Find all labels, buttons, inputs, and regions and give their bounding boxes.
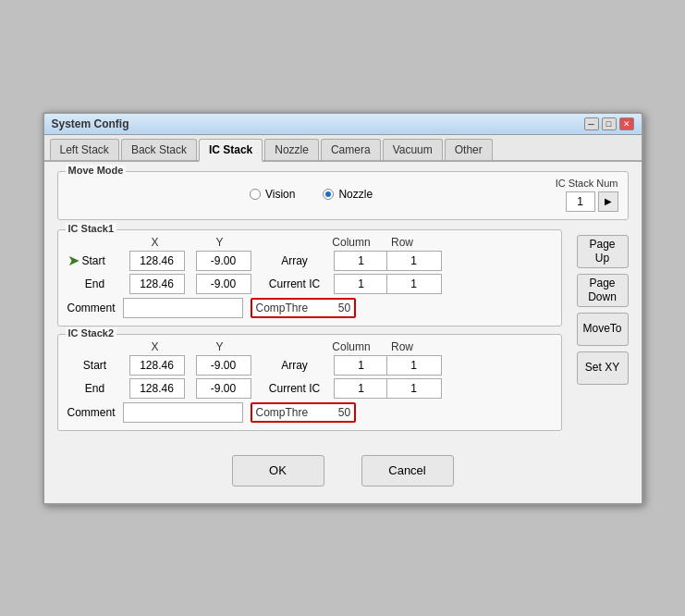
close-button[interactable]: ✕ (619, 117, 634, 130)
stack2-end-x-input[interactable] (129, 378, 185, 399)
move-to-button[interactable]: MoveTo (577, 313, 629, 346)
stack2-start-x-cell (125, 355, 190, 376)
stack1-current-ic-label-cell: Current IC (258, 277, 332, 290)
stack2-current-ic-label: Current IC (269, 382, 320, 395)
ic-stack1-section: IC Stack1 X Y Column Row ➤ S (57, 229, 562, 326)
vision-radio[interactable] (250, 189, 261, 200)
stack1-start-y-input[interactable] (196, 251, 251, 271)
stack1-end-y-cell (191, 274, 256, 294)
stack2-comp-thre-label: CompThre (256, 406, 309, 419)
stack2-start-label: Start (83, 359, 106, 372)
ic-stack-num-row: ▶ (566, 191, 618, 212)
stack2-array-label-cell: Array (258, 359, 332, 372)
cancel-button[interactable]: Cancel (361, 455, 454, 487)
stack2-current-row-input[interactable] (386, 378, 442, 399)
stack1-start-x-input[interactable] (129, 251, 185, 271)
ic-stack-num-section: IC Stack Num ▶ (556, 178, 618, 212)
ok-button[interactable]: OK (232, 455, 324, 487)
nozzle-radio[interactable] (323, 189, 334, 200)
stack2-current-col-cell (334, 378, 385, 399)
stack1-x-header: X (123, 236, 188, 249)
stack2-start-y-input[interactable] (196, 355, 251, 376)
stack2-array-label: Array (281, 359, 308, 372)
page-down-button[interactable]: PageDown (577, 274, 629, 307)
stack1-comp-thre-label: CompThre (256, 302, 309, 314)
stack2-row-header: Row (377, 340, 428, 353)
ic-stack-num-input[interactable] (566, 191, 595, 212)
stack2-start-x-input[interactable] (129, 355, 185, 376)
stack2-end-x-cell (125, 378, 190, 399)
stack2-current-ic-label-cell: Current IC (258, 382, 332, 395)
stack2-end-label: End (85, 382, 104, 395)
tab-back-stack[interactable]: Back Stack (121, 139, 197, 160)
stack1-end-y-input[interactable] (196, 274, 251, 294)
set-xy-button[interactable]: Set XY (577, 351, 629, 385)
stack1-start-row: ➤ Start Array (67, 251, 552, 271)
stack1-array-row-cell (386, 251, 437, 271)
tab-bar: Left Stack Back Stack IC Stack Nozzle Ca… (44, 135, 642, 162)
title-bar: System Config ─ □ ✕ (44, 114, 642, 135)
stack2-array-row-cell (386, 355, 437, 376)
move-mode-controls: Vision Nozzle IC Stack Num ▶ (67, 178, 618, 212)
system-config-window: System Config ─ □ ✕ Left Stack Back Stac… (43, 112, 643, 505)
stack1-end-label-cell: End (67, 277, 123, 290)
right-buttons: PageUp PageDown MoveTo Set XY (577, 235, 629, 438)
vision-label: Vision (265, 188, 295, 201)
stack1-start-cell: ➤ Start (67, 252, 123, 269)
stack1-comment-comp-row: Comment CompThre 50 (67, 298, 552, 318)
stack2-array-col-input[interactable] (334, 355, 389, 376)
page-up-button[interactable]: PageUp (577, 235, 629, 268)
window-title: System Config (52, 117, 129, 130)
move-mode-radios: Vision Nozzle (67, 188, 556, 201)
tab-camera[interactable]: Camera (321, 139, 381, 160)
nozzle-radio-group[interactable]: Nozzle (323, 188, 373, 201)
stack2-col-header: Column (326, 340, 377, 353)
stack1-current-row-input[interactable] (386, 274, 442, 294)
stack1-current-col-input[interactable] (334, 274, 389, 294)
main-content: IC Stack1 X Y Column Row ➤ S (57, 229, 629, 438)
stack1-array-col-input[interactable] (334, 251, 389, 271)
stack1-start-y-cell (191, 251, 256, 271)
stack1-current-ic-label: Current IC (269, 277, 320, 290)
stack2-start-label-cell: Start (67, 359, 123, 372)
content-area: Move Mode Vision Nozzle IC Stack Num (44, 162, 642, 503)
move-mode-label: Move Mode (66, 165, 127, 176)
stack2-end-y-input[interactable] (196, 378, 251, 399)
tab-left-stack[interactable]: Left Stack (50, 139, 119, 160)
ic-stack2-label: IC Stack2 (66, 327, 117, 339)
vision-radio-group[interactable]: Vision (250, 188, 295, 201)
stack1-array-label-cell: Array (258, 254, 332, 267)
ic-stack-num-arrow[interactable]: ▶ (598, 191, 618, 212)
stack2-comment-comp-row: Comment CompThre 50 (67, 402, 552, 423)
stack1-end-label: End (85, 277, 104, 290)
stack1-array-label: Array (281, 254, 308, 267)
stack1-array-col-cell (334, 251, 385, 271)
stack1-array-row-input[interactable] (386, 251, 442, 271)
stack2-start-row: Start Array (67, 355, 552, 376)
stacks-area: IC Stack1 X Y Column Row ➤ S (57, 229, 562, 438)
stack2-comment-label: Comment (67, 406, 116, 419)
start-arrow-icon: ➤ (67, 252, 80, 269)
tab-vacuum[interactable]: Vacuum (383, 139, 443, 160)
stack1-comment-label: Comment (67, 302, 116, 314)
stack1-end-x-input[interactable] (129, 274, 185, 294)
stack1-col-header: Column (326, 236, 377, 249)
stack2-comment-input[interactable] (123, 402, 243, 423)
maximize-button[interactable]: □ (602, 117, 617, 130)
minimize-button[interactable]: ─ (584, 117, 599, 130)
stack2-comp-value: 50 (313, 406, 350, 419)
stack1-comment-input[interactable] (123, 298, 243, 318)
stack2-header-row: X Y Column Row (67, 340, 552, 353)
tab-other[interactable]: Other (445, 139, 493, 160)
stack2-y-header: Y (188, 340, 252, 353)
stack1-current-col-cell (334, 274, 385, 294)
stack2-current-row-cell (386, 378, 437, 399)
stack1-end-row: End Current IC (67, 274, 552, 294)
tab-nozzle[interactable]: Nozzle (264, 139, 319, 160)
stack2-start-y-cell (191, 355, 256, 376)
stack2-current-col-input[interactable] (334, 378, 389, 399)
stack2-array-row-input[interactable] (386, 355, 442, 376)
tab-ic-stack[interactable]: IC Stack (199, 139, 263, 162)
stack1-start-x-cell (125, 251, 190, 271)
stack1-comp-value: 50 (313, 302, 350, 314)
